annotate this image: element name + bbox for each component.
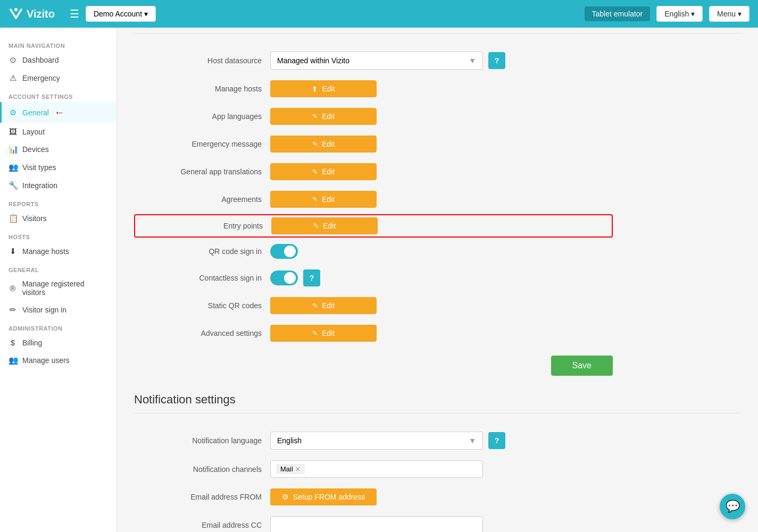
contactless-sign-in-control: ? — [270, 269, 613, 286]
account-settings-label: Account settings — [0, 87, 116, 102]
advanced-settings-row: Advanced settings ✎ Edit — [134, 319, 613, 347]
advanced-settings-edit-button[interactable]: ✎ Edit — [270, 325, 377, 342]
edit-icon: ✎ — [312, 330, 318, 337]
contactless-sign-in-help-button[interactable]: ? — [303, 269, 320, 286]
email-cc-input[interactable] — [270, 516, 483, 532]
manage-hosts-edit-button[interactable]: ⬆ Edit — [270, 80, 377, 97]
logo-text: Vizito — [27, 8, 55, 20]
sidebar-item-emergency[interactable]: ⚠ Emergency — [0, 69, 116, 87]
sidebar-item-label: Layout — [22, 128, 45, 136]
chat-bubble[interactable]: 💬 — [720, 494, 745, 519]
sidebar-item-visitors[interactable]: 📋 Visitors — [0, 209, 116, 227]
edit-icon: ✎ — [312, 168, 318, 175]
save-button[interactable]: Save — [551, 356, 613, 376]
select-arrow-icon: ▼ — [469, 436, 476, 445]
sidebar-item-billing[interactable]: $ Billing — [0, 334, 116, 351]
notification-channels-input[interactable]: Mail ✕ — [270, 460, 483, 478]
general-section-label: General — [0, 260, 116, 275]
static-qr-codes-edit-label: Edit — [322, 301, 335, 310]
notification-channels-control: Mail ✕ — [270, 460, 613, 478]
share-icon: ⚙ — [282, 493, 289, 501]
advanced-settings-label: Advanced settings — [134, 329, 262, 337]
sidebar-item-integration[interactable]: 🔧 Integration — [0, 176, 116, 195]
tablet-emulator-button[interactable]: Tablet emulator — [585, 6, 651, 21]
static-qr-codes-edit-button[interactable]: ✎ Edit — [270, 297, 377, 314]
manage-hosts-icon: ⬇ — [9, 247, 17, 256]
visit-types-icon: 👥 — [9, 163, 17, 172]
email-from-row: Email address FROM ⚙ Setup FROM address — [134, 483, 613, 511]
upload-icon: ⬆ — [312, 85, 318, 93]
entry-points-edit-button[interactable]: ✎ Edit — [271, 217, 378, 234]
edit-icon: ✎ — [312, 140, 318, 148]
sidebar-item-label: Visit types — [22, 163, 56, 172]
app-languages-control: ✎ Edit — [270, 108, 613, 125]
sidebar-item-manage-hosts[interactable]: ⬇ Manage hosts — [0, 242, 116, 260]
general-app-translations-control: ✎ Edit — [270, 163, 613, 180]
mail-tag-label: Mail — [280, 465, 293, 473]
sidebar-item-label: Emergency — [22, 74, 60, 82]
save-row: Save — [134, 347, 613, 384]
edit-icon: ✎ — [313, 222, 319, 230]
emergency-message-label: Emergency message — [134, 140, 262, 148]
manage-hosts-row: Manage hosts ⬆ Edit — [134, 75, 613, 103]
emergency-message-control: ✎ Edit — [270, 136, 613, 153]
sidebar-item-general[interactable]: ⚙ General ← — [0, 102, 116, 123]
host-datasource-row: Host datasource Managed within Vizito ▼ … — [134, 46, 613, 75]
contactless-sign-in-label: Contactless sign in — [134, 274, 262, 282]
visitor-sign-in-icon: ✏ — [9, 305, 17, 315]
qr-code-sign-in-row: QR code sign in — [134, 239, 613, 264]
general-app-translations-edit-button[interactable]: ✎ Edit — [270, 163, 377, 180]
qr-code-sign-in-toggle[interactable] — [270, 244, 298, 259]
manage-users-icon: 👥 — [9, 356, 17, 365]
manage-hosts-label: Manage hosts — [134, 85, 262, 93]
sidebar-item-label: Manage hosts — [22, 247, 69, 256]
emergency-icon: ⚠ — [9, 73, 17, 83]
menu-button[interactable]: Menu ▾ — [709, 6, 749, 22]
main-nav-label: Main Navigation — [0, 36, 116, 51]
sidebar-item-manage-users[interactable]: 👥 Manage users — [0, 351, 116, 369]
notification-language-label: Notification language — [134, 436, 262, 445]
emergency-message-edit-button[interactable]: ✎ Edit — [270, 136, 377, 153]
host-datasource-control: Managed within Vizito ▼ ? — [270, 52, 613, 70]
demo-account-button[interactable]: Demo Account ▾ — [86, 6, 156, 22]
sidebar-item-devices[interactable]: 📊 Devices — [0, 140, 116, 158]
integration-icon: 🔧 — [9, 181, 17, 190]
host-datasource-help-button[interactable]: ? — [488, 52, 505, 69]
notification-language-select[interactable]: English ▼ — [270, 432, 483, 450]
arrow-indicator: ← — [54, 106, 65, 119]
edit-icon: ✎ — [312, 196, 318, 203]
notification-language-help-button[interactable]: ? — [488, 432, 505, 449]
agreements-edit-label: Edit — [322, 195, 335, 204]
sidebar-item-label: Devices — [22, 145, 49, 154]
gear-icon: ⚙ — [9, 108, 17, 117]
notification-language-row: Notification language English ▼ ? — [134, 426, 613, 455]
contactless-sign-in-toggle[interactable] — [270, 271, 298, 285]
qr-code-sign-in-label: QR code sign in — [134, 247, 262, 256]
header: Vizito ☰ Demo Account ▾ Tablet emulator … — [0, 0, 758, 28]
mail-tag-remove[interactable]: ✕ — [295, 466, 301, 473]
select-arrow-icon: ▼ — [469, 56, 476, 65]
sidebar-item-label: Manage users — [22, 356, 70, 365]
notification-settings-title: Notification settings — [134, 393, 741, 413]
sidebar-item-visit-types[interactable]: 👥 Visit types — [0, 158, 116, 176]
app-languages-edit-button[interactable]: ✎ Edit — [270, 108, 377, 125]
manage-hosts-edit-label: Edit — [322, 85, 335, 93]
language-button[interactable]: English ▾ — [656, 6, 703, 22]
sidebar-item-visitor-sign-in[interactable]: ✏ Visitor sign in — [0, 301, 116, 319]
agreements-edit-button[interactable]: ✎ Edit — [270, 191, 377, 208]
host-datasource-select[interactable]: Managed within Vizito ▼ — [270, 52, 483, 70]
agreements-control: ✎ Edit — [270, 191, 613, 208]
sidebar-item-manage-registered[interactable]: ® Manage registered visitors — [0, 275, 116, 301]
administration-label: Administration — [0, 319, 116, 334]
dashboard-icon: ⊙ — [9, 55, 17, 65]
setup-from-address-button[interactable]: ⚙ Setup FROM address — [270, 488, 377, 505]
sidebar-item-label: Visitor sign in — [22, 306, 66, 314]
app-languages-edit-label: Edit — [322, 112, 335, 121]
agreements-label: Agreements — [134, 195, 262, 204]
sidebar-item-layout[interactable]: 🖼 Layout — [0, 123, 116, 140]
hamburger-button[interactable]: ☰ — [70, 7, 79, 20]
emergency-message-row: Emergency message ✎ Edit — [134, 130, 613, 158]
sidebar-item-dashboard[interactable]: ⊙ Dashboard — [0, 51, 116, 69]
sidebar: Main Navigation ⊙ Dashboard ⚠ Emergency … — [0, 28, 117, 532]
email-cc-control — [270, 516, 613, 532]
